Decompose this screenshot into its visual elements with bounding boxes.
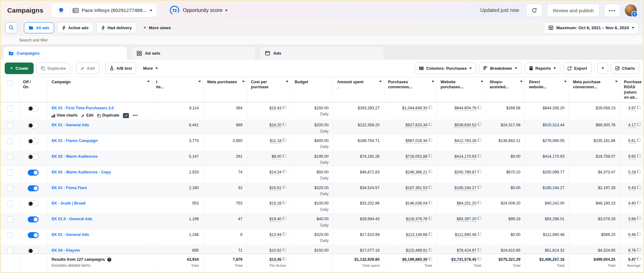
metric-link-value[interactable]: $1,044,649.30: [402, 106, 427, 111]
campaign-name-link[interactable]: EK 02 - Warm Audiences - Copy: [52, 170, 111, 174]
metric-link-value[interactable]: $644,604.76: [454, 106, 476, 111]
metric-link-value[interactable]: $15.28: [269, 201, 281, 206]
metric-link-value[interactable]: $200,769.87: [454, 170, 476, 175]
more-options-button[interactable]: •••: [604, 4, 620, 17]
metric-link-value[interactable]: $10.82: [269, 248, 281, 253]
date-range-picker[interactable]: Maximum: Oct 6, 2021 – Nov 6, 2024: [544, 22, 639, 34]
refresh-button[interactable]: [526, 4, 542, 17]
columns-button[interactable]: Columns: Purchases: [415, 63, 476, 74]
export-button[interactable]: Export: [563, 63, 591, 74]
metric-link-value[interactable]: $414,170.93: [454, 154, 476, 159]
tab-ads[interactable]: Ads: [260, 47, 383, 60]
metric-link-value[interactable]: $93,397.20: [457, 217, 476, 222]
metric-link-value[interactable]: $539,630.52: [454, 123, 476, 128]
metric-link-value[interactable]: $927,833.34: [405, 123, 427, 128]
row-checkbox[interactable]: [7, 154, 13, 160]
sort-caret-icon[interactable]: [198, 81, 201, 82]
ab-test-button[interactable]: A/B test: [105, 63, 136, 74]
metric-link-value[interactable]: $113,149.66: [406, 232, 427, 238]
sort-caret-icon[interactable]: [242, 81, 245, 82]
sort-caret-icon[interactable]: [432, 81, 434, 82]
row-checkbox[interactable]: [7, 248, 13, 254]
charts-button[interactable]: Charts: [611, 63, 639, 74]
campaign-toggle[interactable]: [28, 232, 39, 238]
metric-link-value[interactable]: 3.88: [628, 217, 636, 222]
opportunity-score[interactable]: 72 Opportunity score: [169, 5, 228, 16]
campaign-toggle[interactable]: [28, 106, 39, 112]
campaign-toggle[interactable]: [28, 201, 39, 207]
more-actions-button[interactable]: •••: [133, 113, 138, 118]
info-icon[interactable]: i: [107, 258, 111, 262]
sort-caret-icon[interactable]: [481, 81, 483, 82]
metric-link-value[interactable]: $412,763.26: [454, 139, 476, 144]
metric-link-value[interactable]: $187,391.53: [405, 186, 427, 191]
metric-link-value[interactable]: $64,251.20: [457, 201, 476, 206]
view-had-delivery[interactable]: Had delivery: [97, 22, 136, 33]
row-checkbox[interactable]: [7, 138, 13, 144]
metric-link-value[interactable]: $146,036.04: [405, 201, 427, 206]
metric-link-value[interactable]: $13.94: [269, 232, 281, 238]
select-all-checkbox[interactable]: [7, 80, 13, 86]
create-button[interactable]: + Create: [5, 63, 34, 74]
metric-link-value[interactable]: 6.46: [628, 232, 636, 238]
metric-link-value[interactable]: $11.18: [270, 139, 281, 144]
view-all-ads[interactable]: All ads: [24, 22, 54, 33]
metric-link-value[interactable]: $13.45: [269, 257, 281, 262]
metric-link-value[interactable]: $112,560.46: [455, 232, 476, 238]
campaign-toggle[interactable]: [28, 248, 39, 254]
breakdown-button[interactable]: Breakdown: [479, 63, 521, 74]
row-checkbox[interactable]: [7, 216, 13, 222]
metric-link-value[interactable]: 5.47: [628, 257, 636, 262]
sort-caret-icon[interactable]: [147, 81, 150, 82]
metric-link-value[interactable]: $6,199,860.30: [402, 257, 427, 262]
campaign-name-link[interactable]: EK 01 - General Ads: [52, 123, 89, 127]
metric-link-value[interactable]: $15.61: [269, 186, 281, 191]
open-chart-button[interactable]: [123, 113, 129, 118]
metric-link-value[interactable]: $14.34: [269, 170, 281, 175]
campaign-name-link[interactable]: EK 02 - Warm Audiences: [52, 154, 97, 159]
sort-descending-icon[interactable]: ↓: [337, 85, 378, 89]
row-checkbox[interactable]: [7, 232, 13, 238]
campaign-name-link[interactable]: EK 01 - Fiona Flare: [52, 186, 87, 190]
metric-link-value[interactable]: $3,731,578.45: [451, 257, 476, 262]
campaign-name-link[interactable]: EK 01.5 - General Ads: [52, 217, 92, 221]
row-checkbox[interactable]: [7, 106, 13, 112]
campaign-name-link[interactable]: EK - Scale | Broad: [52, 201, 86, 205]
export-options-button[interactable]: [597, 63, 608, 74]
row-checkbox[interactable]: [7, 185, 13, 191]
metric-link-value[interactable]: 4.40: [628, 201, 636, 206]
action-duplicate[interactable]: Duplicate: [97, 113, 119, 118]
more-button[interactable]: More: [139, 63, 162, 74]
campaign-toggle[interactable]: [28, 123, 39, 128]
edit-button[interactable]: Edit: [76, 63, 99, 74]
metric-link-value[interactable]: $19.40: [269, 217, 281, 222]
sort-caret-icon[interactable]: [615, 81, 618, 82]
metric-link-value[interactable]: $246,386.21: [405, 170, 427, 175]
sort-caret-icon[interactable]: [520, 81, 523, 82]
more-views-button[interactable]: + More views: [140, 25, 175, 30]
account-switcher[interactable]: Pace Infosys (60291277489...: [52, 3, 157, 17]
metric-link-value[interactable]: $116,376.76: [406, 217, 427, 222]
metric-link-value[interactable]: $76,424.97: [457, 248, 476, 253]
duplicate-button[interactable]: Duplicate: [36, 63, 70, 74]
metric-link-value[interactable]: 9.65: [628, 154, 636, 159]
row-checkbox[interactable]: [7, 170, 13, 176]
metric-link-value[interactable]: $19.43: [269, 106, 281, 111]
search-filter-input[interactable]: Search and filter: [1, 36, 643, 45]
campaign-name-link[interactable]: EK 04 - Klayvio: [52, 248, 80, 253]
action-view-charts[interactable]: View charts: [52, 113, 77, 118]
campaign-name-link[interactable]: EK 01 - Flares Campaign: [52, 139, 98, 143]
metric-link-value[interactable]: $18.20: [269, 123, 281, 128]
metric-link-value[interactable]: 3.97: [628, 106, 636, 111]
campaign-toggle[interactable]: [28, 185, 39, 191]
row-checkbox[interactable]: [7, 201, 13, 207]
metric-link-value[interactable]: $185,194.27: [454, 186, 476, 191]
campaign-name-link[interactable]: EK 01 - First Time Purchasers 2.0: [52, 106, 114, 110]
metric-link-value[interactable]: 6.76: [628, 248, 636, 253]
campaign-toggle[interactable]: [28, 216, 39, 222]
view-active-ads[interactable]: Active ads: [57, 22, 93, 33]
avatar[interactable]: f: [625, 4, 637, 16]
reports-button[interactable]: Reports: [525, 63, 560, 74]
campaign-name-link[interactable]: EK 01 - General Ads: [52, 232, 89, 237]
metric-link-value[interactable]: $987,028.34: [405, 139, 427, 144]
